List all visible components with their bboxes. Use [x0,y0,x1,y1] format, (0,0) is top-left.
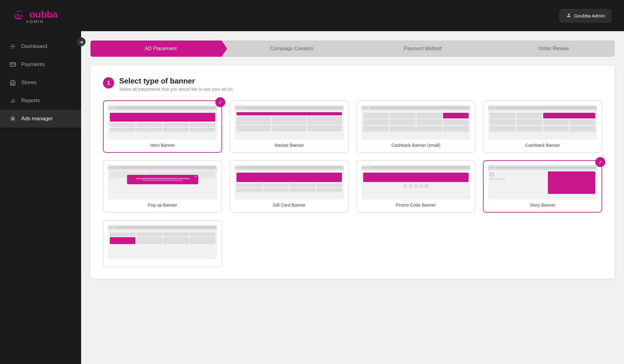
svg-point-2 [12,46,14,47]
content-area: AD Placement Compaign Creation Payment M… [81,31,624,364]
popup-label: Pop up Banner [108,203,217,208]
wizard-step-payment-method-label: Payment Method [404,46,442,51]
payments-icon [9,61,16,68]
promo-label: Promo Code Banner [361,203,470,208]
sidebar-item-stores-label: Stores [21,79,37,86]
dashboard-icon [9,43,16,50]
admin-label: ADMIN [26,19,44,24]
topbar: G oubba ADMIN Goubba Admin [0,0,624,31]
ads-manager-icon [9,115,16,122]
wizard-step-campaign-creation[interactable]: Compaign Creation [222,41,353,57]
section-header: 1 Select type of banner Select all place… [103,77,602,92]
banner-item-cashback[interactable]: Cashback Banner [483,100,602,153]
hero-label: Hero Banner [108,143,217,148]
sidebar-item-dashboard-label: Dashboard [21,43,47,50]
wizard-step-order-review[interactable]: Order Review [484,41,615,57]
svg-rect-3 [10,63,16,66]
sidebar-item-reports-label: Reports [21,98,40,104]
banner-item-promo[interactable]: Promo Code Banner [356,160,475,213]
wizard-step-ad-placement[interactable]: AD Placement [90,41,222,57]
cashback-preview [488,105,597,140]
banner-item-story[interactable]: ✓ [483,160,602,213]
banner-item-hero[interactable]: ✓ [103,100,222,153]
wizard-step-campaign-creation-label: Compaign Creation [270,46,313,51]
banner-item-navbar[interactable]: Navbar Banner [230,100,349,153]
section-title-block: Select type of banner Select all placeme… [119,77,234,92]
logo: G oubba ADMIN [12,7,58,24]
sidebar: ◀ Dashboard Payments Stores Reports [0,31,81,364]
sidebar-item-ads-manager[interactable]: Ads manager [0,110,81,128]
sidebar-item-payments-label: Payments [21,61,45,68]
story-label: Story Banner [488,203,597,208]
popup-preview: ✕ [108,165,217,199]
giftcard-preview [235,165,344,199]
story-preview [488,165,597,199]
hero-preview [108,105,217,140]
cashback-label: Cashback Banner [488,143,597,148]
section-title: Select type of banner [119,77,234,85]
reports-icon [9,97,16,104]
wizard-step-ad-placement-label: AD Placement [145,46,177,51]
svg-point-8 [12,118,14,120]
sidebar-item-stores[interactable]: Stores [0,74,81,92]
wizard-step-payment-method[interactable]: Payment Method [353,41,484,57]
sidebar-item-dashboard[interactable]: Dashboard [0,37,81,55]
promo-preview [361,165,470,199]
user-button-label: Goubba Admin [574,13,605,18]
sidebar-item-payments[interactable]: Payments [0,55,81,74]
cashback-small-preview [361,105,470,140]
navbar-label: Navbar Banner [235,143,344,148]
giftcard-label: Gift Card Banner [235,203,344,208]
banner-selection-card: 1 Select type of banner Select all place… [90,65,615,279]
navbar-preview [235,105,344,140]
section-subtitle: Select all placements that you would lik… [119,87,234,92]
stores-icon [9,79,16,86]
user-button[interactable]: Goubba Admin [559,9,612,22]
banner-item-popup[interactable]: ✕ Pop up Banner [103,160,222,213]
banner-item-cashback-small[interactable]: Cashback Banner (small) [356,100,475,153]
user-icon [566,12,572,19]
banner-grid: ✓ [103,100,602,213]
banner-item-giftcard[interactable]: Gift Card Banner [230,160,349,213]
logo-text: G oubba [12,7,58,21]
cashback-small-label: Cashback Banner (small) [361,143,470,148]
sidebar-item-reports[interactable]: Reports [0,92,81,110]
banner-item-extra[interactable] [103,220,222,267]
svg-text:G: G [17,13,20,18]
main-layout: ◀ Dashboard Payments Stores Reports [0,31,624,364]
wizard-steps: AD Placement Compaign Creation Payment M… [90,41,615,57]
svg-point-1 [568,13,570,15]
step-badge: 1 [103,77,114,89]
sidebar-toggle[interactable]: ◀ [77,37,85,46]
extra-preview [108,225,217,259]
sidebar-item-ads-manager-label: Ads manager [21,116,53,122]
wizard-step-order-review-label: Order Review [539,46,569,51]
